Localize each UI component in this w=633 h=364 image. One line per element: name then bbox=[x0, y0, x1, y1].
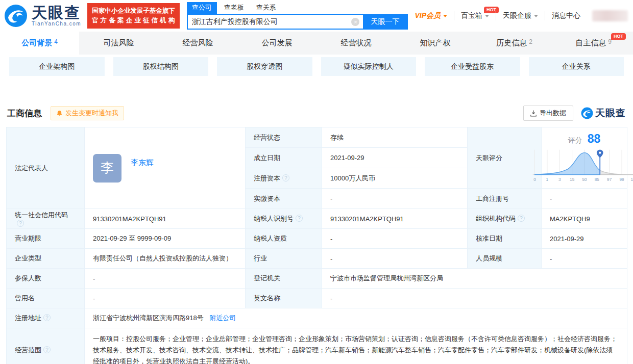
help-icon[interactable]: ? bbox=[43, 314, 51, 321]
tab-history-info[interactable]: 历史信息2 bbox=[475, 32, 554, 55]
former-name-label: 曾用名 bbox=[7, 289, 85, 308]
reg-address-label: 注册地址? bbox=[7, 308, 85, 328]
table-row: 参保人数 - 登记机关 宁波市市场监督管理局杭州湾新区分局 bbox=[7, 269, 627, 289]
business-info-header: 工商信息 发生变更时通知我 导出数据 天眼查 bbox=[7, 106, 626, 121]
search-tab-boss[interactable]: 查老板 bbox=[219, 2, 249, 14]
legal-rep-label: 法定代表人 bbox=[7, 127, 85, 209]
subtab-suspected-actual-controller[interactable]: 疑似实际控制人 bbox=[321, 57, 417, 76]
chevron-down-icon bbox=[485, 15, 489, 17]
subtab-org-structure-chart[interactable]: 企业架构图 bbox=[9, 57, 105, 76]
svg-text:100: 100 bbox=[630, 177, 633, 182]
taxpayer-id-label: 纳税人识别号? bbox=[246, 209, 322, 229]
nearby-companies-link[interactable]: 附近公司 bbox=[209, 314, 236, 322]
hot-badge: HOT bbox=[611, 33, 626, 40]
svg-text:99: 99 bbox=[619, 177, 624, 182]
former-name-value: - bbox=[85, 289, 246, 308]
subtab-equity-structure-chart[interactable]: 股权结构图 bbox=[113, 57, 209, 76]
svg-text:50: 50 bbox=[582, 177, 587, 182]
tab-company-development[interactable]: 公司发展 bbox=[237, 32, 316, 55]
business-scope-value: 一般项目：控股公司服务；企业管理；企业总部管理；企业管理咨询；企业形象策划；市场… bbox=[85, 328, 627, 364]
reg-authority-value: 宁波市市场监督管理局杭州湾新区分局 bbox=[322, 269, 627, 289]
user-nav: VIP会员 HOT 百宝箱 天眼企服 消息中心 bbox=[408, 10, 628, 21]
tianyancha-watermark: 天眼查 bbox=[581, 107, 626, 120]
company-detail-tabs: 公司背景4 司法风险 经营风险 公司发展 经营状况 知识产权 历史信息2 HOT… bbox=[0, 32, 633, 55]
subtab-equity-penetration-chart[interactable]: 股权穿透图 bbox=[217, 57, 312, 76]
taxpayer-quality-value: - bbox=[322, 229, 468, 249]
tab-judicial-risk[interactable]: 司法风险 bbox=[79, 32, 158, 55]
brand-domain: TianYanCha.com bbox=[32, 21, 81, 27]
svg-text:97: 97 bbox=[607, 177, 612, 182]
est-date-value: 2021-09-29 bbox=[322, 148, 468, 168]
industry-value: - bbox=[322, 249, 468, 269]
svg-text:0: 0 bbox=[533, 177, 536, 182]
est-date-label: 成立日期 bbox=[246, 148, 322, 168]
status-value: 存续 bbox=[322, 127, 468, 148]
toolbox-menu[interactable]: HOT 百宝箱 bbox=[454, 11, 496, 20]
reg-capital-value: 10000万人民币 bbox=[322, 168, 468, 189]
table-row: 法定代表人 李 李东辉 经营状态 存续 天眼评分 评分88 bbox=[7, 127, 627, 148]
legal-rep-cell: 李 李东辉 bbox=[85, 127, 246, 209]
export-data-button[interactable]: 导出数据 bbox=[523, 106, 573, 121]
help-icon[interactable]: ? bbox=[43, 346, 51, 353]
reg-address-cell: 浙江省宁波杭州湾新区滨海四路918号 附近公司 bbox=[85, 308, 627, 328]
credit-code-label: 统一社会信用代码? bbox=[7, 209, 85, 229]
industry-label: 行业 bbox=[246, 249, 322, 269]
search-button[interactable]: 天眼一下 bbox=[363, 15, 407, 29]
company-type-value: 有限责任公司（自然人投资或控股的法人独资） bbox=[85, 249, 246, 269]
reg-no-label: 工商注册号 bbox=[468, 189, 542, 209]
help-icon[interactable]: ? bbox=[17, 220, 24, 227]
tianyancha-logo-icon bbox=[4, 4, 28, 28]
tab-intellectual-property[interactable]: 知识产权 bbox=[396, 32, 475, 55]
company-type-label: 企业类型 bbox=[7, 249, 85, 269]
search-area: 查公司 查老板 查关系 × 天眼一下 bbox=[187, 2, 408, 30]
tianyancha-logo[interactable]: 天眼查 TianYanCha.com bbox=[4, 4, 81, 28]
business-info-table: 法定代表人 李 李东辉 经营状态 存续 天眼评分 评分88 bbox=[6, 127, 627, 364]
change-notify-button[interactable]: 发生变更时通知我 bbox=[51, 106, 124, 120]
subtab-company-relations[interactable]: 企业关系 bbox=[529, 57, 624, 76]
svg-text:15: 15 bbox=[570, 177, 575, 182]
credit-code-value: 91330201MA2KPTQH91 bbox=[85, 209, 246, 229]
taxpayer-id-value: 91330201MA2KPTQH91 bbox=[322, 209, 468, 229]
tab-company-background[interactable]: 公司背景4 bbox=[0, 32, 79, 55]
search-input[interactable] bbox=[188, 15, 348, 29]
top-header: 天眼查 TianYanCha.com 国家中小企业发展子基金旗下 官方备案企业征… bbox=[0, 0, 633, 32]
message-center-link[interactable]: 消息中心 bbox=[545, 11, 587, 20]
score-value: 88 bbox=[588, 132, 601, 145]
table-row: 统一社会信用代码? 91330201MA2KPTQH91 纳税人识别号? 913… bbox=[7, 209, 627, 229]
gov-certification-badge: 国家中小企业发展子基金旗下 官方备案企业征信机构 bbox=[87, 3, 180, 29]
enterprise-services-menu[interactable]: 天眼企服 bbox=[496, 11, 545, 20]
subtab-beneficial-shareholders[interactable]: 企业受益股东 bbox=[425, 57, 520, 76]
bell-icon bbox=[56, 110, 63, 117]
help-icon[interactable]: ? bbox=[518, 215, 525, 222]
business-term-value: 2021-09-29 至 9999-09-09 bbox=[85, 229, 246, 249]
tab-self-info[interactable]: HOT 自主信息9 bbox=[554, 32, 633, 55]
download-icon bbox=[530, 110, 537, 117]
brand-name: 天眼查 bbox=[32, 5, 81, 20]
help-icon[interactable]: ? bbox=[296, 215, 303, 222]
svg-text:85: 85 bbox=[594, 177, 599, 182]
search-tab-relation[interactable]: 查关系 bbox=[251, 2, 281, 14]
tab-operating-status[interactable]: 经营状况 bbox=[316, 32, 396, 55]
staff-size-value: - bbox=[542, 249, 627, 269]
svg-text:1: 1 bbox=[546, 177, 548, 182]
insured-count-value: - bbox=[85, 269, 246, 289]
vip-menu[interactable]: VIP会员 bbox=[408, 11, 454, 20]
reg-authority-label: 登记机关 bbox=[246, 269, 322, 289]
legal-rep-link[interactable]: 李东辉 bbox=[131, 158, 154, 168]
clear-search-icon[interactable]: × bbox=[348, 15, 363, 29]
search-tab-company[interactable]: 查公司 bbox=[187, 2, 217, 14]
svg-text:3: 3 bbox=[558, 177, 561, 182]
search-tabs: 查公司 查老板 查关系 bbox=[187, 2, 408, 14]
user-account-redacted[interactable] bbox=[592, 10, 628, 21]
org-code-label: 组织机构代码? bbox=[468, 209, 542, 229]
help-icon[interactable]: ? bbox=[282, 174, 289, 181]
badge-line2: 官方备案企业征信机构 bbox=[92, 16, 177, 25]
tab-operation-risk[interactable]: 经营风险 bbox=[158, 32, 237, 55]
score-chart-cell: 评分88 bbox=[542, 127, 627, 189]
reg-no-value: - bbox=[542, 189, 627, 209]
chevron-down-icon bbox=[534, 15, 538, 17]
avatar[interactable]: 李 bbox=[93, 154, 121, 183]
score-chart[interactable]: 评分88 bbox=[550, 130, 619, 186]
reg-capital-label: 注册资本? bbox=[246, 168, 322, 189]
badge-line1: 国家中小企业发展子基金旗下 bbox=[92, 7, 175, 14]
